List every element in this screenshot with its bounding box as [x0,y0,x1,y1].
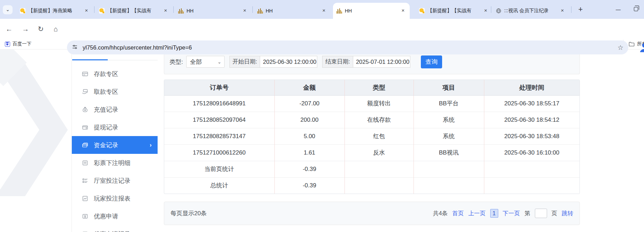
home-icon[interactable]: ⌂ [50,24,62,34]
type-label: 类型: [169,58,183,66]
reload-icon[interactable]: ↻ [35,24,47,34]
total-count-text: 共4条 [433,210,448,217]
funds-table-panel: 订单号金额类型项目处理时间 1751280916648991-207.00额度转… [164,80,580,194]
grid-list-icon [82,177,89,184]
baidu-favicon [5,42,10,47]
deposit-card-icon [82,70,89,77]
sidebar-item-label: 取款专区 [94,88,118,96]
pagination-bar: 每页显示20条 共4条 首页 上一页 1 下一页 第 页 跳转 [164,202,580,225]
fund-cards-icon [82,142,89,149]
end-date-input[interactable] [353,56,410,68]
table-cell: 1.61 [274,144,344,161]
jump-prefix-text: 第 [524,210,530,217]
next-page-link[interactable]: 下一页 [503,210,520,217]
sidebar-item[interactable]: 存款专区 [72,65,158,83]
tab-close-icon[interactable]: × [162,8,169,14]
browser-tab[interactable]: HH× [175,3,251,19]
browser-tab[interactable]: :::视讯 会员下注纪录× [492,3,569,19]
tab-close-icon[interactable]: × [559,8,566,14]
table-cell: -207.00 [274,95,344,112]
table-cell: 在线存款 [344,112,414,128]
bookmark-star-icon[interactable]: ☆ [618,44,623,52]
new-tab-button[interactable]: + [575,5,586,15]
table-cell [484,177,579,194]
sidebar: 财务中心 存款专区取款专区充值记录提现记录资金记录›彩票下注明细厅室投注记录玩家… [71,50,158,232]
tab-close-icon[interactable]: × [242,8,248,14]
column-header: 金额 [274,80,344,95]
waveform-icon [336,8,342,14]
table-cell: -0.39 [274,161,344,177]
sidebar-item-label: 提现记录 [94,123,118,132]
sidebar-item[interactable]: 厅室投注记录 [72,172,158,189]
forward-icon[interactable]: → [20,24,31,34]
table-row: 1751280852097064200.00在线存款系统2025-06-30 1… [164,112,579,128]
sidebar-item-label: 存款专区 [94,70,118,78]
table-cell: 反水 [344,144,414,161]
browser-tab[interactable]: 【新提醒】【实战有× [96,3,172,19]
money-bag-icon [82,106,89,113]
browser-tab[interactable]: HH× [254,3,331,19]
table-cell: 1751280916648991 [164,95,274,112]
browser-tab[interactable]: HH× [333,3,410,19]
tab-close-icon[interactable]: × [400,8,406,14]
bookmark-label: 百度一下 [13,41,31,47]
window-restore-button[interactable] [634,7,638,11]
jump-page-input[interactable] [535,209,547,218]
site-settings-icon[interactable] [72,44,78,51]
tab-close-icon[interactable]: × [483,8,489,14]
browser-toolbar: ← → ↻ ⌂ yl756.com/hhcp/usercenter.html?i… [0,19,644,38]
tab-search-button[interactable]: ⌄ [3,5,13,14]
table-cell: 当前页统计 [164,161,274,177]
globe-icon [496,8,501,14]
prev-page-link[interactable]: 上一页 [468,210,486,217]
tab-title: HH [345,8,398,14]
coupon-icon [82,213,89,220]
doc-lines-icon [82,159,89,166]
tab-separator [252,6,253,13]
current-page-badge[interactable]: 1 [490,209,498,218]
tab-separator [491,6,491,13]
end-date-label: 结束日期: [322,56,353,68]
browser-tab[interactable]: 【新提醒】【实战有× [416,3,492,19]
sidebar-item[interactable]: 充值记录 [72,100,158,118]
chevron-down-icon: ⌄ [218,59,221,65]
tab-separator [94,6,94,13]
sidebar-item[interactable]: 取款专区 [72,83,158,100]
tab-close-icon[interactable]: × [83,8,90,14]
sidebar-item[interactable]: 彩票下注明细 [72,154,158,172]
start-date-input[interactable] [260,56,317,68]
table-cell: 总统计 [164,177,274,194]
chevron-right-icon: › [150,142,152,149]
sidebar-item[interactable]: 优惠申请记录 [72,225,158,232]
type-select[interactable]: 全部 ⌄ [186,56,225,68]
withdraw-hand-icon [82,88,89,95]
sidebar-item-label: 玩家投注报表 [94,194,130,203]
sidebar-item[interactable]: 优惠申请 [72,207,158,225]
jump-button[interactable]: 跳转 [562,210,573,217]
sidebar-item-label: 优惠申请记录 [94,230,130,232]
tab-close-icon[interactable]: × [321,8,327,14]
sidebar-item[interactable]: 玩家投注报表 [72,189,158,207]
address-bar[interactable]: yl756.com/hhcp/usercenter.html?iniType=6… [67,40,628,54]
bookmark-baidu[interactable]: 百度一下 [5,40,31,48]
sidebar-item[interactable]: 资金记录› [72,136,158,154]
table-row: 总统计-0.39 [164,177,579,194]
window-minimize-button[interactable]: — [612,6,624,14]
forum-icon [99,8,105,14]
table-cell: BB视讯 [414,144,484,161]
column-header: 项目 [414,80,484,95]
forum-icon [419,8,425,14]
url-text[interactable]: yl756.com/hhcp/usercenter.html?iniType=6 [83,44,614,51]
back-icon[interactable]: ← [3,24,15,34]
sidebar-item[interactable]: 提现记录 [72,118,158,136]
query-button[interactable]: 查询 [421,55,442,68]
sidebar-title-hairline [108,60,158,60]
first-page-link[interactable]: 首页 [452,210,464,217]
table-cell: 额度转出 [344,95,414,112]
end-date-group: 结束日期: [322,56,410,68]
browser-tab[interactable]: 【新提醒】海燕策略× [16,3,93,19]
tab-title: :::视讯 会员下注纪录 [504,8,557,14]
start-date-group: 开始日期: [229,56,318,68]
table-row: 17512710006122601.61反水BB视讯2025-06-30 16:… [164,144,579,161]
table-row: 17512808285731475.00红包系统2025-06-30 18:53… [164,128,579,144]
